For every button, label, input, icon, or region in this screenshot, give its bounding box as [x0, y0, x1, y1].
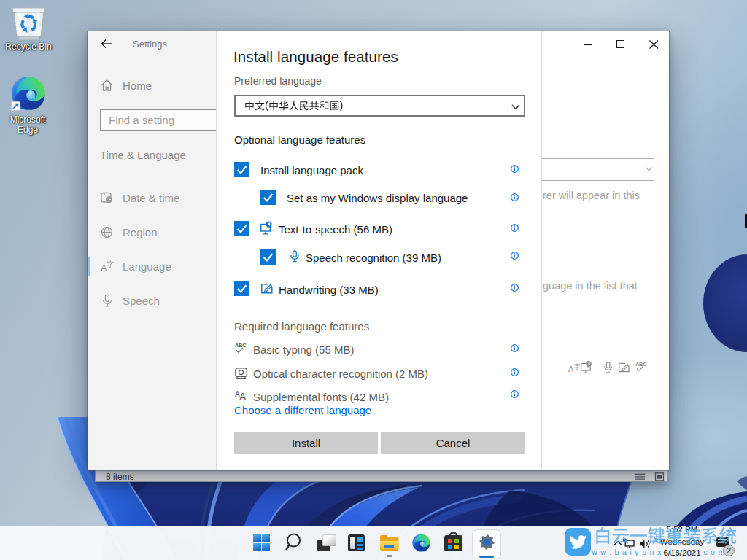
- svg-text:ABC: ABC: [635, 361, 647, 368]
- svg-text:A: A: [568, 365, 574, 373]
- svg-text:A: A: [101, 262, 107, 273]
